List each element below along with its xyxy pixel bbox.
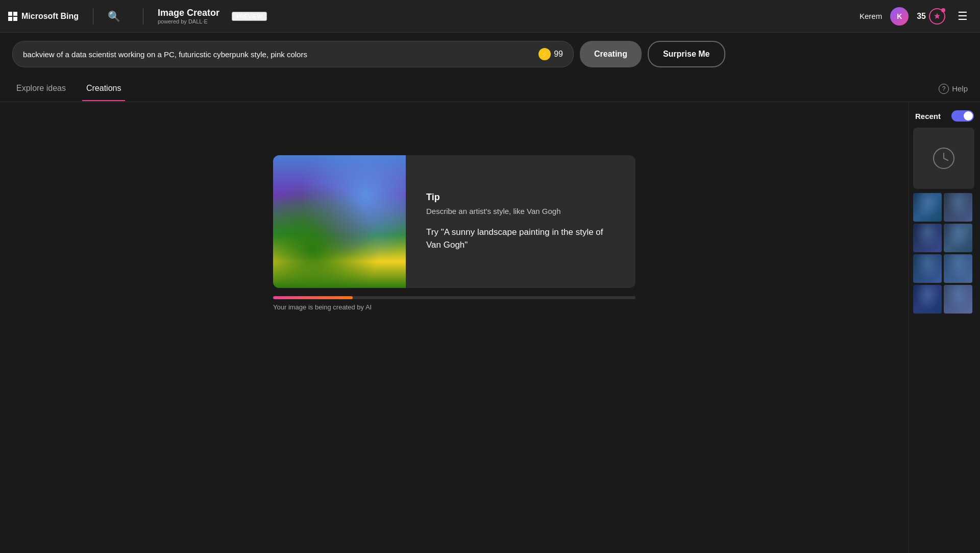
tip-content: Tip Describe an artist's style, like Van… (406, 155, 635, 288)
hamburger-menu-icon[interactable]: ☰ (953, 8, 972, 25)
tip-label: Tip (426, 192, 615, 203)
search-bar-section: ⚡ 99 Creating Surprise Me (0, 33, 980, 76)
progress-bar-wrapper (273, 296, 635, 299)
search-input-wrapper: ⚡ 99 (12, 41, 574, 67)
thumbnail-grid-1 (913, 193, 976, 222)
main-content: Tip Describe an artist's style, like Van… (0, 102, 980, 553)
clock-icon (932, 146, 956, 171)
rewards-badge[interactable]: 35 (917, 8, 945, 25)
recent-toggle[interactable] (951, 110, 974, 122)
header: Microsoft Bing 🔍 Image Creator powered b… (0, 0, 980, 33)
boost-count: 99 (554, 50, 563, 59)
tabs-section: Explore ideas Creations ? Help (0, 76, 980, 102)
progress-section: Your image is being created by AI (273, 296, 635, 311)
tip-description: Describe an artist's style, like Van Gog… (426, 207, 615, 215)
thumbnail-grid-2 (913, 224, 976, 252)
tip-image (273, 155, 406, 288)
toggle-knob (964, 111, 973, 121)
trophy-icon (933, 12, 941, 20)
image-creator-subtitle: powered by DALL·E (158, 18, 219, 25)
header-right: Kerem K 35 ☰ (860, 7, 972, 26)
tip-image-painting (273, 155, 406, 288)
header-divider (93, 8, 93, 25)
help-label: Help (952, 84, 968, 93)
thumbnail-5[interactable] (913, 254, 942, 283)
thumbnail-grid-4 (913, 285, 976, 314)
user-name: Kerem (860, 12, 882, 20)
svg-line-2 (944, 158, 948, 160)
thumbnail-8[interactable] (944, 285, 972, 314)
right-sidebar: Recent (909, 102, 980, 553)
avatar[interactable]: K (890, 7, 909, 26)
header-divider-2 (143, 8, 143, 25)
tab-explore-ideas[interactable]: Explore ideas (12, 77, 70, 101)
clock-placeholder[interactable] (913, 128, 974, 189)
tip-card: Tip Describe an artist's style, like Van… (273, 155, 635, 288)
rewards-icon (929, 8, 945, 25)
thumbnail-3[interactable] (913, 224, 942, 252)
boost-badge[interactable]: ⚡ 99 (538, 48, 563, 60)
recent-header: Recent (913, 110, 976, 122)
thumbnail-6[interactable] (944, 254, 972, 283)
progress-text: Your image is being created by AI (273, 303, 635, 311)
image-creator-brand: Image Creator powered by DALL·E (158, 8, 219, 25)
thumbnail-1[interactable] (913, 193, 942, 222)
header-left: Microsoft Bing 🔍 Image Creator powered b… (8, 8, 267, 25)
rewards-count: 35 (917, 12, 926, 21)
tip-example: Try "A sunny landscape painting in the s… (426, 226, 615, 252)
preview-badge[interactable]: PREVIEW (232, 12, 267, 21)
center-area: Tip Describe an artist's style, like Van… (0, 102, 909, 553)
thumbnail-grid-3 (913, 254, 976, 283)
creating-button[interactable]: Creating (580, 41, 642, 67)
recent-label: Recent (915, 112, 941, 121)
progress-bar-fill (273, 296, 353, 299)
thumbnail-7[interactable] (913, 285, 942, 314)
bing-logo-text: Microsoft Bing (21, 12, 79, 21)
boost-lightning-icon: ⚡ (538, 48, 551, 60)
surprise-me-button[interactable]: Surprise Me (648, 41, 725, 67)
bing-logo-grid-icon (8, 12, 17, 21)
thumbnail-4[interactable] (944, 224, 972, 252)
help-link[interactable]: ? Help (939, 84, 968, 94)
tab-creations[interactable]: Creations (82, 77, 125, 101)
thumbnail-2[interactable] (944, 193, 972, 222)
image-creator-title: Image Creator (158, 8, 219, 19)
help-circle-icon: ? (939, 84, 949, 94)
search-input[interactable] (23, 50, 532, 59)
bing-logo[interactable]: Microsoft Bing (8, 12, 79, 21)
search-icon[interactable]: 🔍 (108, 10, 120, 22)
